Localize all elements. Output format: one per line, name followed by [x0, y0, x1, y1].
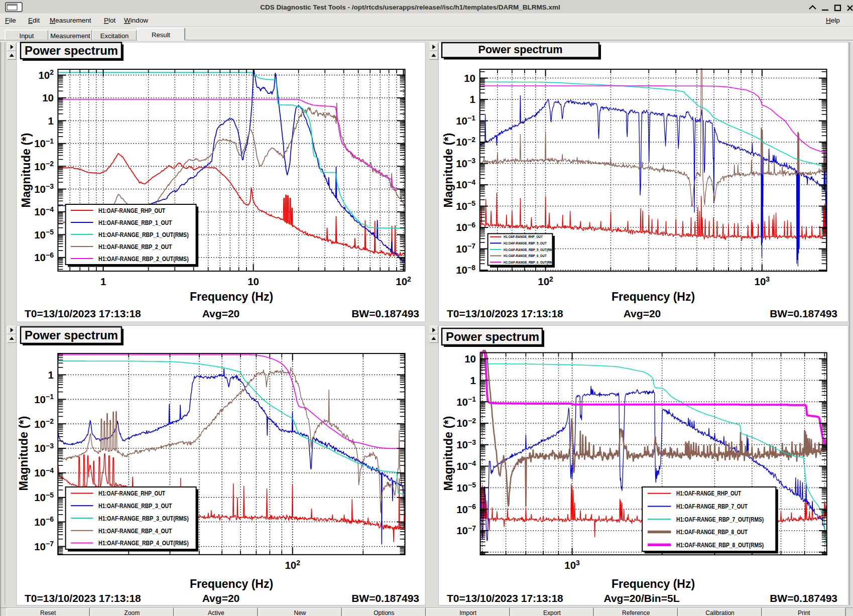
- svg-text:H1:OAF-RANGE_RHP_OUT: H1:OAF-RANGE_RHP_OUT: [504, 234, 543, 239]
- svg-text:New: New: [294, 609, 306, 616]
- svg-text:Measurement: Measurement: [50, 32, 90, 40]
- svg-text:Avg=20: Avg=20: [202, 592, 240, 604]
- svg-text:Avg=20: Avg=20: [202, 308, 240, 319]
- svg-text:BW=0.187493: BW=0.187493: [770, 308, 837, 319]
- svg-text:Export: Export: [543, 609, 561, 616]
- svg-text:10: 10: [464, 353, 476, 364]
- svg-text:File: File: [5, 17, 16, 24]
- svg-text:CDS Diagnostic Test Tools - /o: CDS Diagnostic Test Tools - /opt/rtcds/u…: [260, 4, 560, 11]
- svg-text:H1:OAF-RANGE_RBP_2_OUT(RMS): H1:OAF-RANGE_RBP_2_OUT(RMS): [98, 255, 189, 263]
- svg-text:Power spectrum: Power spectrum: [446, 330, 539, 343]
- svg-text:Frequency (Hz): Frequency (Hz): [612, 577, 695, 590]
- svg-text:T0=13/10/2023 17:13:18: T0=13/10/2023 17:13:18: [25, 592, 141, 604]
- svg-text:Import: Import: [459, 609, 477, 616]
- svg-text:Magnitude (*): Magnitude (*): [17, 416, 30, 491]
- svg-text:Options: Options: [374, 609, 394, 616]
- svg-text:H1:OAF-RANGE_RBP_4_OUT(RMS): H1:OAF-RANGE_RBP_4_OUT(RMS): [98, 539, 189, 547]
- svg-text:Excitation: Excitation: [100, 32, 129, 40]
- svg-text:T0=13/10/2023 17:13:18: T0=13/10/2023 17:13:18: [25, 308, 141, 319]
- svg-text:H1:OAF-RANGE_RBP_7_OUT(RMS): H1:OAF-RANGE_RBP_7_OUT(RMS): [676, 516, 764, 523]
- svg-text:Avg=20: Avg=20: [624, 308, 661, 319]
- svg-text:T0=13/10/2023 17:13:18: T0=13/10/2023 17:13:18: [447, 308, 563, 319]
- svg-text:H1:OAF-RANGE_RBP_1_OUT(RMS): H1:OAF-RANGE_RBP_1_OUT(RMS): [98, 231, 189, 238]
- svg-text:H1:OAF-RANGE_RBP_3_OUT(RMS): H1:OAF-RANGE_RBP_3_OUT(RMS): [98, 515, 189, 522]
- svg-text:H1:OAF-RANGE_RHP_OUT: H1:OAF-RANGE_RHP_OUT: [676, 490, 741, 497]
- svg-text:H1:OAF-RANGE_RBP_2_OUT: H1:OAF-RANGE_RBP_2_OUT: [98, 243, 172, 251]
- svg-text:H1:OAF-RANGE_RBP_6_OUT(RMS: H1:OAF-RANGE_RBP_6_OUT(RMS: [504, 260, 554, 265]
- svg-text:H1:OAF-RANGE_RBP_3_OUT: H1:OAF-RANGE_RBP_3_OUT: [98, 502, 172, 510]
- svg-text:Magnitude (*): Magnitude (*): [442, 416, 455, 491]
- svg-text:H1:OAF-RANGE_RHP_OUT: H1:OAF-RANGE_RHP_OUT: [98, 207, 165, 214]
- svg-text:H1:OAF-RANGE_RBP_5_OUT(RMS: H1:OAF-RANGE_RBP_5_OUT(RMS: [504, 248, 554, 252]
- svg-text:H1:OAF-RANGE_RBP_7_OUT: H1:OAF-RANGE_RBP_7_OUT: [676, 503, 748, 510]
- svg-text:Window: Window: [124, 17, 148, 24]
- svg-text:BW=0.187493: BW=0.187493: [770, 592, 837, 604]
- svg-text:1: 1: [48, 369, 54, 381]
- svg-text:Frequency (Hz): Frequency (Hz): [612, 290, 695, 303]
- svg-text:10: 10: [464, 72, 475, 84]
- svg-text:Magnitude (*): Magnitude (*): [442, 133, 455, 208]
- svg-text:Reference: Reference: [622, 609, 650, 616]
- svg-text:Edit: Edit: [28, 17, 40, 24]
- svg-text:Frequency (Hz): Frequency (Hz): [190, 577, 273, 590]
- svg-text:T0=13/10/2023 17:13:18: T0=13/10/2023 17:13:18: [447, 592, 563, 604]
- svg-text:Calibration: Calibration: [705, 609, 734, 616]
- svg-text:Result: Result: [152, 31, 170, 39]
- svg-text:H1:OAF-RANGE_RBP_6_OUT: H1:OAF-RANGE_RBP_6_OUT: [504, 254, 547, 258]
- svg-text:H1:OAF-RANGE_RBP_1_OUT: H1:OAF-RANGE_RBP_1_OUT: [98, 219, 172, 226]
- svg-text:Input: Input: [20, 32, 34, 40]
- svg-text:H1:OAF-RANGE_RHP_OUT: H1:OAF-RANGE_RHP_OUT: [98, 489, 165, 497]
- svg-text:Help: Help: [826, 17, 840, 24]
- svg-text:BW=0.187493: BW=0.187493: [351, 308, 419, 319]
- svg-text:Plot: Plot: [104, 17, 116, 24]
- svg-text:1: 1: [100, 276, 106, 287]
- svg-text:Print: Print: [798, 609, 810, 616]
- svg-text:Power spectrum: Power spectrum: [478, 43, 563, 56]
- svg-text:H1:OAF-RANGE_RBP_8_OUT: H1:OAF-RANGE_RBP_8_OUT: [676, 529, 748, 536]
- svg-text:10: 10: [42, 92, 54, 103]
- svg-text:10: 10: [248, 276, 259, 287]
- svg-text:Measurement: Measurement: [50, 17, 91, 24]
- svg-text:H1:OAF-RANGE_RBP_8_OUT(RMS): H1:OAF-RANGE_RBP_8_OUT(RMS): [676, 542, 764, 549]
- svg-text:Reset: Reset: [40, 609, 56, 616]
- svg-text:Magnitude (*): Magnitude (*): [20, 133, 33, 208]
- svg-text:1: 1: [48, 115, 54, 127]
- svg-text:Frequency (Hz): Frequency (Hz): [190, 290, 273, 303]
- svg-text:H1:OAF-RANGE_RBP_4_OUT: H1:OAF-RANGE_RBP_4_OUT: [98, 527, 172, 535]
- svg-text:Zoom: Zoom: [125, 609, 140, 616]
- svg-text:H1:OAF-RANGE_RBP_5_OUT: H1:OAF-RANGE_RBP_5_OUT: [504, 241, 547, 245]
- svg-text:Active: Active: [208, 609, 224, 616]
- svg-text:1: 1: [470, 375, 476, 386]
- svg-text:1: 1: [470, 93, 475, 105]
- svg-text:BW=0.187493: BW=0.187493: [351, 592, 419, 604]
- svg-text:Avg=20/Bin=5L: Avg=20/Bin=5L: [604, 592, 680, 604]
- svg-text:Power spectrum: Power spectrum: [25, 44, 118, 57]
- svg-text:Power spectrum: Power spectrum: [25, 328, 118, 342]
